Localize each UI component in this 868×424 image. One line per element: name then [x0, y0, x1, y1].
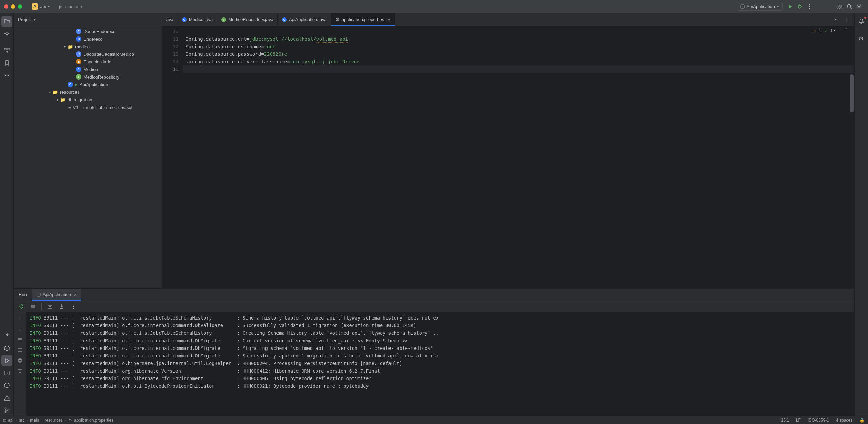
maven-tool-button[interactable]: m — [856, 33, 867, 44]
run-config-selector[interactable]: ApiApplication ▾ — [737, 2, 783, 11]
problems-tool-button[interactable] — [1, 380, 12, 391]
more-actions-button[interactable] — [805, 2, 814, 11]
stop-button[interactable] — [28, 302, 38, 311]
breadcrumb-item[interactable]: application.properties — [74, 418, 113, 423]
bookmarks-tool-button[interactable] — [1, 58, 12, 69]
bug-icon — [797, 4, 803, 9]
scroll-down-button[interactable]: ↓ — [15, 324, 25, 334]
tab-medico[interactable]: C Medico.java — [178, 13, 217, 26]
kebab-icon: ⋮ — [845, 17, 849, 22]
scroll-up-button[interactable]: ↑ — [15, 314, 25, 324]
search-everywhere-button[interactable] — [845, 2, 854, 11]
console-line: INFO 39111 --- [ restartedMain] org.hibe… — [30, 375, 851, 382]
prev-highlight[interactable]: ˆ — [839, 28, 841, 33]
run-config-icon — [740, 4, 745, 9]
chevron-down-icon[interactable]: ▾ — [34, 18, 36, 21]
settings-button[interactable] — [854, 2, 864, 11]
tree-folder-dbmigration[interactable]: ▾ 📁 db.migration — [14, 96, 162, 103]
folder-icon: 📁 — [60, 97, 65, 102]
tree-item-dadosendereco[interactable]: R DadosEndereco — [14, 28, 162, 35]
code-content[interactable]: Spring.datasource.url=jdbc:mysql://local… — [183, 26, 854, 288]
tab-more-button[interactable]: ⋮ — [842, 15, 851, 24]
run-panel-tabs: Run ApiApplication × — [14, 289, 854, 301]
pull-requests-button[interactable] — [1, 330, 12, 341]
project-tool-button[interactable] — [1, 16, 12, 27]
tree-item-v1sql[interactable]: ≡ V1__create-table-medicos.sql — [14, 103, 162, 111]
console-output[interactable]: INFO 39111 --- [ restartedMain] o.f.c.i.… — [26, 312, 854, 416]
tab-medicorepository[interactable]: I MedicoRepository.java — [217, 13, 278, 26]
record-icon: R — [76, 51, 81, 57]
vcs-tool-button[interactable] — [1, 405, 12, 416]
run-more-button[interactable]: ⋮ — [69, 302, 78, 311]
cursor-position[interactable]: 15:1 — [781, 418, 789, 423]
tab-apiapplication[interactable]: C ApiApplication.java — [278, 13, 331, 26]
run-tab-run[interactable]: Run — [14, 289, 32, 301]
svg-rect-11 — [8, 48, 9, 50]
warnings-tool-button[interactable] — [1, 392, 12, 403]
editor-inspections[interactable]: ⚠ 4 ✓ 17 ˆ ˇ — [813, 28, 847, 33]
structure-tool-button[interactable] — [1, 45, 12, 56]
tab-application-properties[interactable]: ⚙ application.properties × — [331, 13, 395, 26]
indent-setting[interactable]: 4 spaces — [836, 418, 852, 423]
commit-icon — [4, 31, 10, 37]
tree-item-dadoscadastro[interactable]: R DadosdeCadastroMedico — [14, 50, 162, 58]
chevron-right-icon: › — [65, 418, 66, 423]
folder-icon: 📁 — [52, 90, 58, 95]
soft-wrap-button[interactable] — [15, 335, 25, 344]
screenshot-button[interactable] — [45, 302, 55, 311]
code-with-me-button[interactable] — [835, 2, 845, 11]
scroll-to-end-button[interactable] — [15, 345, 25, 355]
git-branch-selector[interactable]: master ▾ — [58, 4, 82, 9]
editor-scrollbar[interactable] — [850, 74, 854, 112]
svg-rect-16 — [4, 371, 9, 375]
tree-folder-medico[interactable]: ▾ 📁 medico — [14, 43, 162, 50]
project-selector[interactable]: A api ▾ — [29, 3, 52, 10]
tree-item-medico[interactable]: C Medico — [14, 65, 162, 73]
export-button[interactable] — [57, 302, 67, 311]
maximize-window[interactable] — [18, 4, 22, 9]
close-tab-icon[interactable]: × — [74, 292, 77, 297]
rerun-button[interactable] — [17, 302, 26, 311]
breadcrumb-item[interactable]: api — [8, 418, 13, 423]
run-tool-button[interactable] — [1, 355, 12, 366]
kebab-icon: ⋮ — [71, 304, 76, 309]
tree-item-especialidade[interactable]: E Especialidade — [14, 58, 162, 65]
debug-button[interactable] — [795, 2, 805, 11]
editor-body[interactable]: 10 11 12 13 14 15 Spring.datasource.url=… — [162, 26, 854, 288]
notifications-button[interactable] — [856, 16, 867, 27]
print-button[interactable] — [15, 355, 25, 365]
tab-partial[interactable]: ava — [162, 13, 178, 26]
tree-item-medicorepo[interactable]: I MedicoRepository — [14, 73, 162, 81]
breadcrumb-item[interactable]: src — [19, 418, 24, 423]
services-tool-button[interactable] — [1, 343, 12, 354]
warning-icon — [4, 395, 10, 401]
close-window[interactable] — [4, 4, 8, 9]
lock-icon[interactable]: 🔒 — [859, 418, 865, 423]
chevron-down-icon: ▾ — [835, 18, 837, 21]
folder-icon: 📁 — [68, 44, 73, 49]
git-icon — [4, 407, 10, 413]
chevron-down-icon: ▾ — [47, 90, 52, 94]
breadcrumb-item[interactable]: resources — [44, 418, 63, 423]
next-highlight[interactable]: ˇ — [845, 28, 847, 33]
close-tab-icon[interactable]: × — [387, 17, 390, 22]
file-encoding[interactable]: ISO-8859-1 — [808, 418, 829, 423]
minimize-window[interactable] — [11, 4, 15, 9]
terminal-tool-button[interactable] — [1, 367, 12, 378]
clear-button[interactable] — [15, 366, 25, 375]
tab-list-button[interactable]: ▾ — [831, 15, 840, 24]
chevron-right-icon: › — [16, 418, 17, 423]
line-separator[interactable]: LF — [796, 418, 801, 423]
commit-tool-button[interactable] — [1, 28, 12, 39]
tree-item-apiapplication[interactable]: C ▸ ApiApplication — [14, 81, 162, 88]
run-tab-app[interactable]: ApiApplication × — [32, 289, 82, 301]
console-line: INFO 39111 --- [ restartedMain] o.f.core… — [30, 344, 851, 352]
tree-item-endereco[interactable]: C Endereco — [14, 35, 162, 43]
breadcrumb-item[interactable]: main — [30, 418, 39, 423]
more-tool-button[interactable] — [1, 70, 12, 81]
arrow-up-icon: ↑ — [19, 316, 21, 322]
tree-folder-resources[interactable]: ▾ 📁 resources — [14, 88, 162, 96]
gear-icon: ⚙ — [335, 17, 340, 22]
right-tool-rail: m — [854, 13, 868, 416]
run-button[interactable] — [785, 2, 795, 11]
